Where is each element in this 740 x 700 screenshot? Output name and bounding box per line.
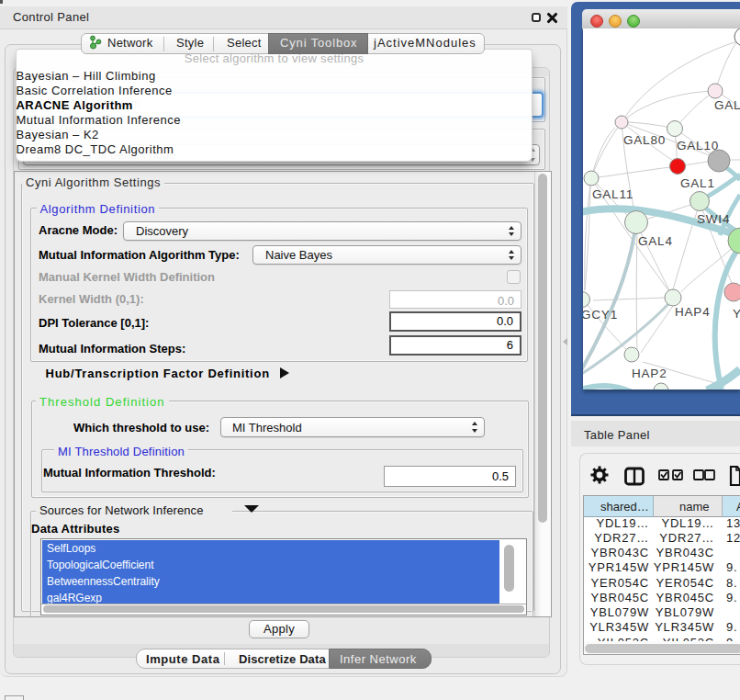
svg-text:GCY1: GCY1 <box>583 308 618 322</box>
svg-text:GAL4: GAL4 <box>638 234 673 248</box>
svg-text:GAL10: GAL10 <box>677 139 719 152</box>
svg-text:GAL7: GAL7 <box>714 98 740 112</box>
svg-text:SWI4: SWI4 <box>697 212 730 226</box>
svg-text:GAL1: GAL1 <box>680 176 715 190</box>
svg-text:HAP2: HAP2 <box>632 367 667 380</box>
svg-text:YM: YM <box>733 307 740 321</box>
svg-text:GAL11: GAL11 <box>592 187 633 201</box>
svg-text:HAP4: HAP4 <box>675 305 710 319</box>
svg-text:GAL80: GAL80 <box>623 133 666 147</box>
